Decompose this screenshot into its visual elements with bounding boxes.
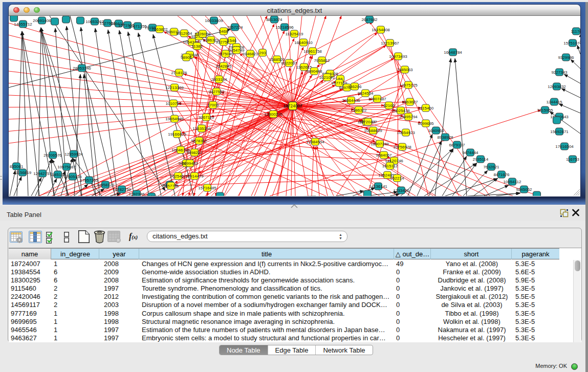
- svg-text:17003: 17003: [207, 103, 219, 107]
- svg-text:9115460: 9115460: [418, 106, 434, 111]
- svg-text:11325419: 11325419: [286, 32, 304, 36]
- svg-text:23495794: 23495794: [399, 115, 418, 119]
- svg-text:17016504: 17016504: [555, 144, 574, 149]
- svg-text:835081: 835081: [10, 164, 24, 169]
- svg-text:17957255: 17957255: [80, 178, 98, 183]
- svg-text:5878352: 5878352: [191, 139, 207, 143]
- svg-text:10807487: 10807487: [368, 97, 386, 101]
- svg-text:3215955: 3215955: [537, 108, 553, 113]
- svg-text:10654112: 10654112: [504, 180, 522, 184]
- svg-text:15720407: 15720407: [359, 120, 377, 124]
- svg-text:12213369: 12213369: [165, 85, 184, 90]
- svg-text:12942757: 12942757: [33, 171, 52, 176]
- svg-text:9474444: 9474444: [462, 150, 478, 155]
- svg-text:20691406: 20691406: [33, 18, 51, 23]
- svg-text:7663822: 7663822: [151, 27, 168, 32]
- svg-text:11174: 11174: [571, 29, 580, 34]
- svg-text:12213967: 12213967: [381, 41, 399, 46]
- svg-text:3624534: 3624534: [357, 91, 374, 96]
- svg-text:11156819: 11156819: [14, 170, 32, 175]
- svg-text:1244415: 1244415: [546, 100, 562, 104]
- svg-text:12975125: 12975125: [399, 83, 418, 87]
- svg-text:16033809: 16033809: [205, 18, 223, 23]
- svg-text:14136141: 14136141: [369, 184, 387, 189]
- svg-text:9463627: 9463627: [402, 100, 418, 104]
- svg-text:1588520: 1588520: [269, 57, 285, 62]
- svg-text:10756928: 10756928: [393, 145, 411, 149]
- svg-text:8471676: 8471676: [493, 172, 510, 177]
- svg-text:9657791: 9657791: [143, 194, 160, 196]
- svg-text:12093832: 12093832: [548, 84, 566, 89]
- svg-text:12359924: 12359924: [64, 152, 83, 157]
- svg-text:19166825: 19166825: [168, 132, 186, 137]
- svg-text:9990448: 9990448: [306, 69, 322, 74]
- svg-text:746206: 746206: [348, 84, 362, 89]
- svg-text:1640953: 1640953: [428, 128, 444, 133]
- svg-text:3267110: 3267110: [199, 115, 214, 120]
- svg-text:7485063: 7485063: [397, 68, 413, 72]
- svg-text:6099695: 6099695: [418, 121, 434, 126]
- svg-text:116753: 116753: [566, 157, 580, 162]
- svg-text:9245052: 9245052: [516, 187, 532, 192]
- svg-text:14055712: 14055712: [14, 22, 32, 27]
- svg-text:8813074: 8813074: [266, 17, 282, 22]
- svg-text:18300295: 18300295: [264, 112, 282, 117]
- svg-text:10654923: 10654923: [397, 130, 415, 135]
- svg-text:15751074: 15751074: [563, 41, 580, 46]
- svg-text:16914479: 16914479: [185, 174, 204, 179]
- svg-text:2803144: 2803144: [211, 77, 227, 82]
- svg-text:293: 293: [259, 51, 266, 55]
- svg-text:1546: 1546: [227, 38, 236, 43]
- svg-text:9657791: 9657791: [163, 184, 179, 188]
- svg-text:6879197: 6879197: [449, 143, 465, 147]
- svg-text:1615112: 1615112: [382, 164, 398, 168]
- svg-text:7955812: 7955812: [314, 58, 330, 63]
- svg-text:9427552: 9427552: [208, 90, 225, 94]
- svg-text:9242845: 9242845: [215, 64, 232, 69]
- svg-text:20206576: 20206576: [43, 153, 62, 158]
- svg-text:11382: 11382: [191, 44, 203, 49]
- svg-text:13535394: 13535394: [192, 126, 211, 131]
- svg-text:15692871: 15692871: [550, 129, 569, 134]
- svg-text:10958127: 10958127: [96, 183, 115, 187]
- svg-text:18724007: 18724007: [283, 103, 302, 108]
- svg-text:252214: 252214: [390, 176, 404, 181]
- svg-text:18907249: 18907249: [371, 142, 389, 146]
- svg-text:10025438: 10025438: [391, 108, 410, 113]
- svg-text:1621072: 1621072: [319, 75, 335, 80]
- svg-text:19384554: 19384554: [306, 140, 324, 144]
- svg-text:15218596: 15218596: [275, 25, 294, 30]
- svg-text:1733426: 1733426: [393, 188, 409, 193]
- svg-text:16782759: 16782759: [113, 187, 131, 192]
- svg-text:10688609: 10688609: [364, 128, 382, 133]
- svg-text:9146821: 9146821: [242, 52, 258, 56]
- svg-text:16640910: 16640910: [294, 40, 313, 45]
- svg-text:5226058: 5226058: [194, 32, 211, 36]
- svg-text:20364436: 20364436: [342, 98, 360, 103]
- svg-text:10973493: 10973493: [389, 54, 407, 59]
- svg-text:28053346: 28053346: [73, 66, 91, 71]
- svg-text:8912954: 8912954: [176, 31, 192, 36]
- svg-text:2718176: 2718176: [171, 71, 187, 75]
- svg-text:98901: 98901: [181, 55, 192, 60]
- svg-text:9227343: 9227343: [551, 70, 568, 75]
- svg-text:546b: 546b: [219, 29, 228, 34]
- svg-text:1010755: 1010755: [165, 101, 182, 106]
- svg-text:2935114: 2935114: [473, 157, 489, 162]
- svg-text:7857224: 7857224: [227, 25, 243, 30]
- svg-text:7625402: 7625402: [170, 174, 186, 179]
- svg-text:16648784: 16648784: [444, 50, 462, 55]
- svg-text:7632621: 7632621: [483, 165, 499, 169]
- svg-text:12505135: 12505135: [63, 174, 82, 179]
- svg-text:15716485: 15716485: [198, 186, 216, 190]
- svg-text:8938928: 8938928: [437, 135, 453, 140]
- svg-text:16154808: 16154808: [372, 28, 390, 32]
- svg-text:9084067: 9084067: [376, 153, 392, 158]
- svg-text:9329986: 9329986: [558, 55, 574, 60]
- svg-text:9498222: 9498222: [186, 150, 203, 155]
- svg-text:62160: 62160: [383, 103, 395, 108]
- svg-text:19654985: 19654985: [165, 117, 184, 121]
- svg-text:6099483: 6099483: [182, 161, 198, 166]
- svg-text:16961758: 16961758: [303, 49, 322, 54]
- svg-text:10975887: 10975887: [57, 165, 76, 169]
